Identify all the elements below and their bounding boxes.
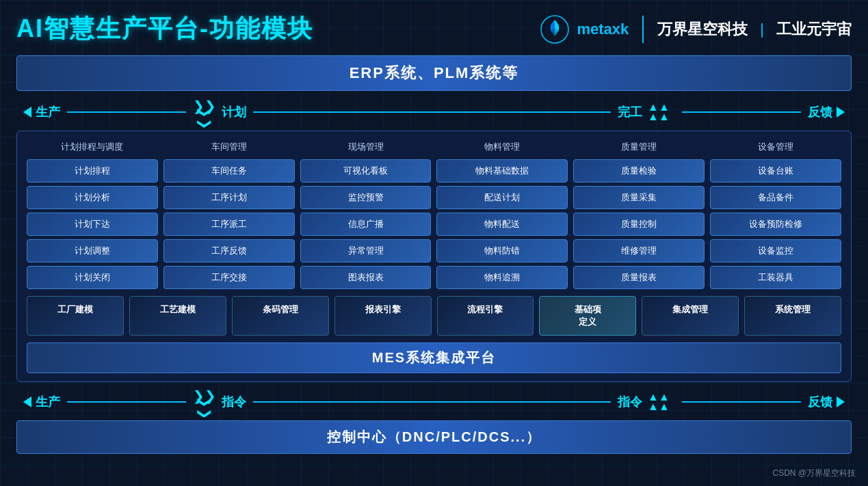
flow-line-center (253, 111, 611, 113)
btn-process-handover[interactable]: 工序交接 (163, 266, 295, 289)
flow-line-left (67, 111, 186, 113)
flow-left-1: 生产 (23, 104, 60, 120)
flow-label-complete: 完工 (618, 104, 642, 120)
flow2-line-left (67, 401, 186, 403)
column-site: 现场管理 可视化看板 监控预警 信息广播 异常管理 图表报表 (300, 139, 432, 289)
brand-sub-name: 万界星空科技 (657, 19, 748, 40)
btn-quality-collect[interactable]: 质量采集 (573, 186, 705, 209)
btn-workshop-task[interactable]: 车间任务 (163, 159, 295, 183)
col-header-planning: 计划排程与调度 (27, 139, 158, 154)
btn-material-base[interactable]: 物料基础数据 (436, 159, 568, 183)
btn-plan-analysis[interactable]: 计划分析 (27, 186, 158, 209)
flow2-label-feedback: 反馈 (808, 394, 832, 410)
btn-chart-report[interactable]: 图表报表 (300, 266, 432, 289)
brand-industry: 工业元宇宙 (776, 19, 852, 40)
btn-visual-board[interactable]: 可视化看板 (300, 159, 432, 183)
mes-bar: MES系统集成平台 (27, 342, 841, 373)
modules-grid: 计划排程与调度 计划排程 计划分析 计划下达 计划调整 计划关闭 车间管理 车间… (27, 139, 841, 289)
flow-label-plan: 计划 (222, 104, 246, 120)
flow-label-feedback: 反馈 (808, 104, 832, 120)
btn-process-dispatch[interactable]: 工序派工 (163, 213, 295, 236)
down-arrows: ❯❯ ❯❯ (193, 100, 216, 124)
col-header-equipment: 设备管理 (710, 139, 841, 154)
btn-material-poka[interactable]: 物料防错 (436, 239, 568, 262)
btn-material-trace[interactable]: 物料追溯 (436, 266, 568, 289)
column-workshop: 车间管理 车间任务 工序计划 工序派工 工序反馈 工序交接 (163, 139, 295, 289)
btn-equip-ledger[interactable]: 设备台账 (710, 159, 841, 183)
erp-bar: ERP系统、PLM系统等 (16, 55, 852, 91)
btn-quality-inspect[interactable]: 质量检验 (573, 159, 705, 183)
btn-material-delivery[interactable]: 物料配送 (436, 213, 568, 236)
btn-tooling[interactable]: 工装器具 (710, 266, 841, 289)
flow-row-1: 生产 ❯❯ ❯❯ 计划 完工 ▲▲ ▲▲ 反馈 (16, 98, 852, 126)
flow2-left: 生产 (23, 394, 60, 410)
arrow-right-icon (837, 107, 845, 118)
btn-repair-mgmt[interactable]: 维修管理 (573, 239, 705, 262)
btn-process-model[interactable]: 工艺建模 (129, 296, 226, 336)
flow-row-2: 生产 ❯❯ ❯❯ 指令 指令 ▲▲ ▲▲ 反馈 (16, 388, 852, 416)
btn-equip-monitor[interactable]: 设备监控 (710, 239, 841, 262)
brand-separator: | (760, 21, 764, 38)
btn-plan-schedule[interactable]: 计划排程 (27, 159, 158, 183)
btn-plan-close[interactable]: 计划关闭 (27, 266, 158, 289)
col-header-quality: 质量管理 (573, 139, 705, 154)
flow2-label-produce: 生产 (36, 394, 60, 410)
main-content-box: 计划排程与调度 计划排程 计划分析 计划下达 计划调整 计划关闭 车间管理 车间… (16, 131, 852, 382)
brand-logo: metaxk 万界星空科技 | 工业元宇宙 (540, 14, 852, 44)
column-quality: 质量管理 质量检验 质量采集 质量控制 维修管理 质量报表 (573, 139, 705, 289)
brand-divider (642, 16, 644, 43)
flow-line-right (682, 111, 801, 113)
btn-monitor-alert[interactable]: 监控预警 (300, 186, 432, 209)
btn-basic-define[interactable]: 基础项 定义 (539, 296, 636, 336)
brand-icon (540, 14, 570, 44)
brand-name: metaxk (577, 21, 629, 38)
control-bar: 控制中心（DNC/PLC/DCS...） (16, 420, 852, 454)
btn-system-mgmt[interactable]: 系统管理 (744, 296, 841, 336)
page-title: AI智慧生产平台-功能模块 (16, 12, 313, 46)
bottom-modules-row: 工厂建模 工艺建模 条码管理 报表引擎 流程引擎 基础项 定义 集成管理 系统管… (27, 296, 841, 336)
arrow-right-2-icon (837, 396, 845, 407)
column-equipment: 设备管理 设备台账 备品备件 设备预防检修 设备监控 工装器具 (710, 139, 841, 289)
flow2-line-center (253, 401, 611, 403)
col-header-workshop: 车间管理 (163, 139, 295, 154)
up-arrows: ▲▲ ▲▲ (648, 103, 670, 122)
btn-factory-model[interactable]: 工厂建模 (27, 296, 124, 336)
watermark: CSDN @万界星空科技 (772, 468, 856, 479)
col-header-site: 现场管理 (300, 139, 432, 154)
btn-quality-control[interactable]: 质量控制 (573, 213, 705, 236)
btn-plan-dispatch[interactable]: 计划下达 (27, 213, 158, 236)
page-container: AI智慧生产平台-功能模块 metaxk 万界星空科技 | 工业元宇宙 (0, 0, 868, 486)
btn-quality-report[interactable]: 质量报表 (573, 266, 705, 289)
flow2-label-command-r: 指令 (618, 394, 642, 410)
btn-process-engine[interactable]: 流程引擎 (437, 296, 534, 336)
btn-barcode-mgmt[interactable]: 条码管理 (232, 296, 329, 336)
flow2-line-right (682, 401, 801, 403)
column-material: 物料管理 物料基础数据 配送计划 物料配送 物料防错 物料追溯 (436, 139, 568, 289)
arrow-left-2-icon (23, 396, 31, 407)
arrow-left-icon (23, 107, 31, 118)
btn-plan-adjust[interactable]: 计划调整 (27, 239, 158, 262)
btn-process-feedback[interactable]: 工序反馈 (163, 239, 295, 262)
btn-exception-mgmt[interactable]: 异常管理 (300, 239, 432, 262)
col-header-material: 物料管理 (436, 139, 568, 154)
up-arrows-2: ▲▲ ▲▲ (648, 392, 670, 412)
down-arrows-2: ❯❯ ❯❯ (193, 390, 216, 414)
btn-report-engine[interactable]: 报表引擎 (334, 296, 432, 336)
btn-delivery-plan[interactable]: 配送计划 (436, 186, 568, 209)
btn-process-plan[interactable]: 工序计划 (163, 186, 295, 209)
flow-label-produce: 生产 (36, 104, 60, 120)
btn-integration-mgmt[interactable]: 集成管理 (642, 296, 739, 336)
flow2-label-command: 指令 (222, 394, 246, 410)
btn-spare-parts[interactable]: 备品备件 (710, 186, 841, 209)
header: AI智慧生产平台-功能模块 metaxk 万界星空科技 | 工业元宇宙 (16, 12, 852, 46)
btn-equip-maintenance[interactable]: 设备预防检修 (710, 213, 841, 236)
column-planning: 计划排程与调度 计划排程 计划分析 计划下达 计划调整 计划关闭 (27, 139, 158, 289)
btn-info-broadcast[interactable]: 信息广播 (300, 213, 432, 236)
